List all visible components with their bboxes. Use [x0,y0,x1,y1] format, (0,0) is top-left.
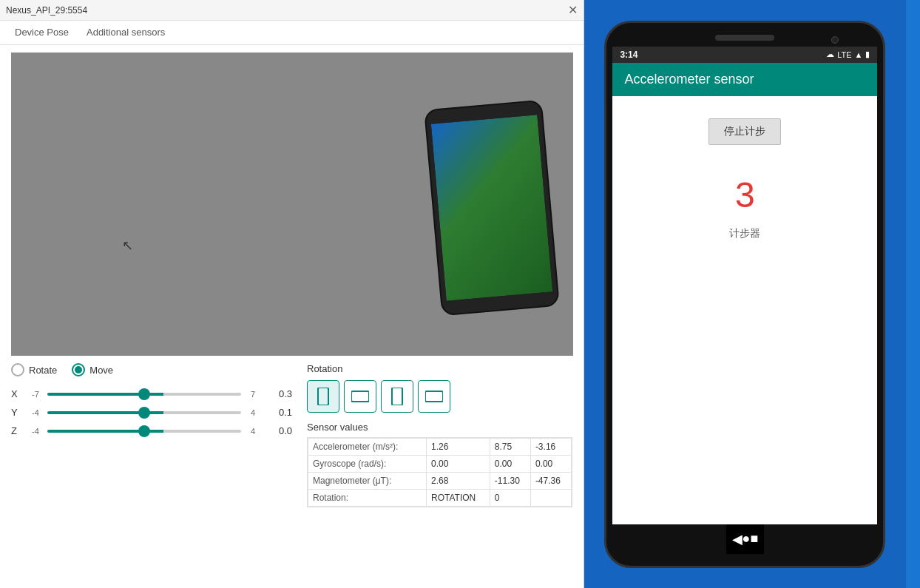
z-slider[interactable] [47,430,241,433]
phone-nav-bar: ◀ ● ■ [726,524,765,554]
rotation-landscape-right-btn[interactable] [418,380,450,413]
recents-button[interactable]: ■ [750,531,758,547]
sensor-scroll-area[interactable]: Accelerometer (m/s²): 1.26 8.75 -3.16 Gy… [307,437,572,507]
svg-rect-7 [427,393,439,400]
step-label: 计步器 [729,227,760,240]
rotation-section: Rotation [307,363,572,413]
table-row: Accelerometer (m/s²): 1.26 8.75 -3.16 [308,439,572,456]
home-button[interactable]: ● [743,531,751,547]
svg-rect-6 [425,391,443,402]
mode-selector: Rotate Move [11,363,292,376]
right-controls: Rotation Sensor values [307,363,572,588]
table-row: Rotation: ROTATION 0 [308,490,572,507]
controls-area: Rotate Move X -7 7 0.3 Y [0,363,584,588]
x-slider-row: X -7 7 0.3 [11,388,292,399]
rotate-option[interactable]: Rotate [11,363,57,376]
svg-rect-5 [393,390,401,402]
sensor-name: Accelerometer (m/s²): [308,439,427,456]
sensor-v1: 0.00 [427,456,490,473]
phone-speaker [715,35,774,41]
svg-rect-2 [351,391,369,402]
app-bar: Accelerometer sensor [612,63,877,96]
x-axis-label: X [11,388,22,399]
phone-screen [431,115,552,301]
step-count: 3 [735,175,755,215]
z-slider-row: Z -4 4 0.0 [11,425,292,436]
y-axis-label: Y [11,407,22,418]
z-max: 4 [246,427,260,436]
y-slider-container: -4 4 [28,408,260,417]
table-row: Gyroscope (rad/s): 0.00 0.00 0.00 [308,456,572,473]
app-content: 停止计步 3 计步器 [612,96,877,524]
z-min: -4 [28,427,43,436]
phone-camera [831,36,839,44]
phone-body [424,100,560,317]
left-controls: Rotate Move X -7 7 0.3 Y [11,363,292,588]
y-slider-row: Y -4 4 0.1 [11,407,292,418]
sensor-name: Gyroscope (rad/s): [308,456,427,473]
sensor-table: Accelerometer (m/s²): 1.26 8.75 -3.16 Gy… [308,438,572,507]
rotation-portrait-reverse-btn[interactable] [381,380,413,413]
svg-rect-3 [354,393,365,400]
tab-additional-sensors[interactable]: Additional sensors [78,21,174,45]
phone-screen-inner [431,115,552,301]
sensor-v3: -47.36 [530,473,571,490]
sensor-values-title: Sensor values [307,422,572,433]
tab-bar: Device Pose Additional sensors [0,21,584,45]
close-button[interactable]: ✕ [568,4,578,16]
window-title: Nexus_API_29:5554 [6,5,87,16]
battery-icon: ▮ [865,50,870,59]
y-slider[interactable] [47,411,241,414]
y-max: 4 [246,408,260,417]
x-slider[interactable] [47,393,241,396]
sensor-v2: 0.00 [490,456,530,473]
x-slider-container: -7 7 [28,390,260,399]
sensor-v2: -11.30 [490,473,530,490]
sensor-v1: 1.26 [427,439,490,456]
title-bar: Nexus_API_29:5554 ✕ [0,0,584,21]
x-min: -7 [28,390,43,399]
sensor-name: Magnetometer (μT): [308,473,427,490]
side-bar [906,0,920,588]
right-panel: 3:14 ☁ LTE ▲ ▮ Accelerometer sensor 停止计步… [584,0,906,588]
phone-frame: 3:14 ☁ LTE ▲ ▮ Accelerometer sensor 停止计步… [604,21,885,568]
z-axis-label: Z [11,425,22,436]
rotation-landscape-left-btn[interactable] [344,380,376,413]
rotation-buttons [307,380,572,413]
device-viewport: ↖ [11,53,573,356]
svg-rect-1 [319,390,327,402]
phone-display: 3:14 ☁ LTE ▲ ▮ Accelerometer sensor 停止计步… [612,47,877,524]
sensor-v1: 2.68 [427,473,490,490]
lte-indicator: LTE [837,50,851,59]
move-radio[interactable] [72,363,85,376]
sensor-v3: 0.00 [530,456,571,473]
x-value: 0.3 [266,388,292,399]
sensor-v2: 8.75 [490,439,530,456]
signal-icon: ▲ [855,50,863,59]
status-time: 3:14 [620,50,637,60]
x-max: 7 [246,390,260,399]
sensor-v2: 0 [490,490,530,507]
tab-device-pose[interactable]: Device Pose [6,21,78,45]
rotation-portrait-btn[interactable] [307,380,339,413]
sensor-v1: ROTATION [427,490,490,507]
stop-button[interactable]: 停止计步 [708,118,781,145]
move-label: Move [89,365,113,376]
back-button[interactable]: ◀ [732,531,743,547]
z-value: 0.0 [266,425,292,436]
phone-preview [433,104,551,311]
wifi-icon: ☁ [826,50,834,59]
y-value: 0.1 [266,407,292,418]
sensor-name: Rotation: [308,490,427,507]
android-status-bar: 3:14 ☁ LTE ▲ ▮ [612,47,877,63]
status-icons: ☁ LTE ▲ ▮ [826,50,870,59]
sensor-v3: -3.16 [530,439,571,456]
left-panel: Nexus_API_29:5554 ✕ Device Pose Addition… [0,0,584,588]
cursor: ↖ [122,237,133,254]
table-row: Magnetometer (μT): 2.68 -11.30 -47.36 [308,473,572,490]
rotate-label: Rotate [29,365,57,376]
svg-rect-4 [392,388,402,405]
move-option[interactable]: Move [72,363,113,376]
y-min: -4 [28,408,43,417]
rotate-radio[interactable] [11,363,24,376]
